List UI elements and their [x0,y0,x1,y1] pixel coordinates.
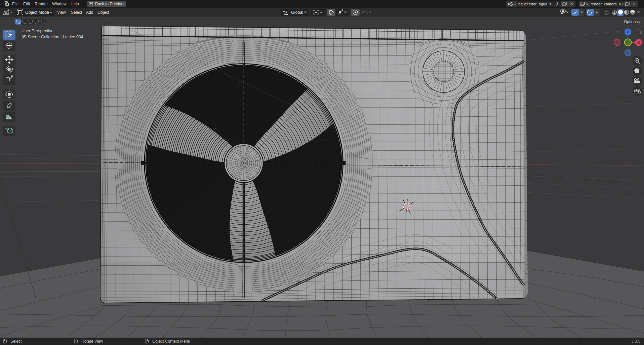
svg-text:User Perspective: User Perspective [22,29,53,33]
svg-text:3.3.5: 3.3.5 [631,339,640,344]
svg-text:Add: Add [86,10,93,15]
svg-text:Back to Previous: Back to Previous [95,2,125,6]
svg-text:Help: Help [71,2,79,6]
svg-text:Z: Z [627,30,629,34]
svg-text:aquecedor_agua_s...: aquecedor_agua_s... [518,2,555,6]
svg-text:Select: Select [10,339,22,344]
svg-text:Options: Options [624,20,638,24]
svg-text:Render: Render [35,2,48,6]
svg-text:View: View [57,10,66,15]
svg-text:render_camera_01: render_camera_01 [591,2,623,6]
svg-text:Rotate View: Rotate View [81,339,103,344]
svg-text:X: X [637,40,640,44]
svg-text:Select: Select [71,10,82,15]
svg-text:Edit: Edit [23,2,30,6]
svg-text:Global: Global [291,10,303,15]
svg-text:Object Mode: Object Mode [25,10,49,15]
svg-text:Object Context Menu: Object Context Menu [152,339,190,344]
svg-text:Window: Window [52,2,67,6]
svg-text:Object: Object [97,10,109,15]
svg-text:(6) Scene Collection | Lattice: (6) Scene Collection | Lattice.004 [22,35,83,39]
svg-text:File: File [12,2,19,6]
